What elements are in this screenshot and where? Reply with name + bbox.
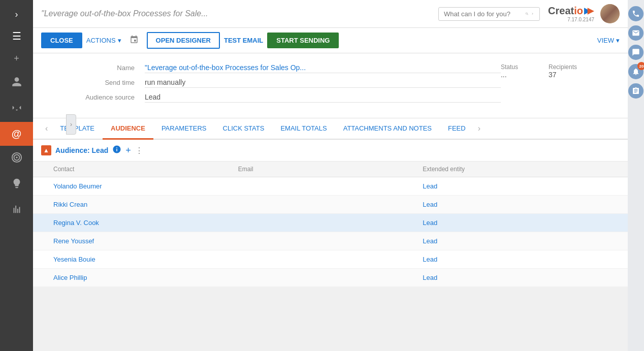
tab-template[interactable]: TEMPLATE xyxy=(52,118,103,140)
tab-audience[interactable]: AUDIENCE xyxy=(103,118,153,140)
table-row[interactable]: Yesenia Bouie Lead xyxy=(33,250,628,269)
tab-parameters[interactable]: PARAMETERS xyxy=(153,118,215,140)
version-text: 7.17.0.2147 xyxy=(567,17,594,22)
tab-attachments-notes[interactable]: ATTACHMENTS AND NOTES xyxy=(335,118,440,140)
notification-badge: 20 xyxy=(637,62,644,70)
clipboard-panel-button[interactable] xyxy=(628,83,643,99)
test-email-button[interactable]: TEST EMAIL xyxy=(224,37,263,44)
contact-link[interactable]: Rene Youssef xyxy=(53,237,238,245)
contact-link[interactable]: Regina V. Cook xyxy=(53,219,238,227)
entity-link[interactable]: Lead xyxy=(423,274,607,281)
recipients-value: 37 xyxy=(549,71,577,79)
status-label: Status xyxy=(501,63,518,71)
chat-panel-button[interactable] xyxy=(628,45,643,60)
send-time-label: Send time xyxy=(53,79,135,86)
right-panel: 20 xyxy=(628,0,644,351)
email-cell xyxy=(238,274,423,281)
logo-text: Creat xyxy=(548,5,574,17)
search-input[interactable] xyxy=(444,10,525,18)
sidebar-add-icon[interactable]: + xyxy=(0,47,33,70)
audience-add-button[interactable]: + xyxy=(125,145,131,156)
actions-button[interactable]: ACTIONS ▾ xyxy=(86,37,121,44)
audience-info-icon[interactable] xyxy=(112,145,121,156)
sidebar-target-icon[interactable] xyxy=(0,146,33,172)
audience-collapse-button[interactable]: ▲ xyxy=(41,145,51,155)
sidebar: › ☰ + @ xyxy=(0,0,33,351)
entity-link[interactable]: Lead xyxy=(423,256,607,263)
close-button[interactable]: CLOSE xyxy=(41,33,82,48)
tab-feed[interactable]: FEED xyxy=(440,118,474,140)
mail-icon xyxy=(632,29,640,37)
entity-link[interactable]: Lead xyxy=(423,182,607,190)
tab-prev-button[interactable]: ‹ xyxy=(41,120,52,137)
sidebar-menu-icon[interactable]: ☰ xyxy=(7,25,26,47)
email-cell xyxy=(238,237,423,245)
audience-more-button[interactable]: ⋮ xyxy=(135,146,143,155)
audience-source-label: Audience source xyxy=(53,93,135,101)
sidebar-lightbulb-icon[interactable] xyxy=(0,172,33,198)
send-time-value: run manually xyxy=(145,78,501,88)
phone-icon xyxy=(632,10,640,18)
table-row[interactable]: Rene Youssef Lead xyxy=(33,232,628,250)
avatar-image xyxy=(600,4,620,23)
actions-label: ACTIONS xyxy=(86,37,116,44)
bell-panel-button[interactable]: 20 xyxy=(628,64,643,79)
open-designer-button[interactable]: OPEN DESIGNER xyxy=(147,32,220,49)
col-entity: Extended entity xyxy=(423,166,607,173)
name-value[interactable]: "Leverage out-of-the-box Processes for S… xyxy=(145,63,501,73)
table-row[interactable]: Regina V. Cook Lead xyxy=(33,214,628,232)
email-cell xyxy=(238,182,423,190)
contact-link[interactable]: Yolando Beumer xyxy=(53,182,238,190)
collapse-toggle-button[interactable]: › xyxy=(66,114,76,135)
clipboard-icon xyxy=(632,87,640,95)
view-chevron-icon: ▾ xyxy=(616,37,620,44)
pin-icon xyxy=(130,35,139,44)
svg-point-2 xyxy=(16,156,18,158)
main-content: "Leverage out-of-the-box Processes for S… xyxy=(33,0,628,351)
sidebar-email-icon[interactable]: @ xyxy=(0,122,33,146)
actions-chevron-icon: ▾ xyxy=(118,37,121,44)
email-cell xyxy=(238,201,423,208)
table-body: Yolando Beumer Lead Rikki Crean Lead Reg… xyxy=(33,177,628,287)
view-label: VIEW xyxy=(597,37,614,44)
audience-section: ▲ Audience: Lead + ⋮ Contact Email Exten… xyxy=(33,140,628,287)
table-row[interactable]: Rikki Crean Lead xyxy=(33,196,628,214)
entity-link[interactable]: Lead xyxy=(423,219,607,227)
name-label: Name xyxy=(53,64,135,72)
logo: Creatio 7.17.0.2147 xyxy=(548,5,594,22)
contact-link[interactable]: Rikki Crean xyxy=(53,201,238,208)
col-contact: Contact xyxy=(53,166,238,173)
audience-title: Audience: Lead xyxy=(55,146,108,154)
email-cell xyxy=(238,219,423,227)
audience-header: ▲ Audience: Lead + ⋮ xyxy=(33,140,628,162)
content-area: › Name "Leverage out-of-the-box Processe… xyxy=(33,53,628,287)
sidebar-person-icon[interactable] xyxy=(0,70,33,96)
topbar: "Leverage out-of-the-box Processes for S… xyxy=(33,0,628,28)
sidebar-megaphone-icon[interactable] xyxy=(0,96,33,122)
mail-panel-button[interactable] xyxy=(628,25,643,41)
search-box[interactable] xyxy=(438,7,540,21)
entity-link[interactable]: Lead xyxy=(423,237,607,245)
table-row[interactable]: Alice Phillip Lead xyxy=(33,269,628,287)
avatar[interactable] xyxy=(600,4,620,23)
sidebar-expand-icon[interactable]: › xyxy=(10,4,23,25)
phone-panel-button[interactable] xyxy=(628,6,643,21)
info-panel: Name "Leverage out-of-the-box Processes … xyxy=(33,53,628,118)
tab-email-totals[interactable]: EMAIL TOTALS xyxy=(272,118,335,140)
audience-source-value: Lead xyxy=(145,93,501,103)
contact-link[interactable]: Yesenia Bouie xyxy=(53,256,238,263)
tab-click-stats[interactable]: CLICK STATS xyxy=(215,118,273,140)
actionbar: CLOSE ACTIONS ▾ OPEN DESIGNER TEST EMAIL… xyxy=(33,28,628,53)
tab-next-button[interactable]: › xyxy=(474,120,485,137)
col-email: Email xyxy=(238,166,423,173)
recipients-label: Recipients xyxy=(549,63,577,71)
pin-button[interactable] xyxy=(125,33,143,48)
table-header: Contact Email Extended entity xyxy=(33,162,628,177)
entity-link[interactable]: Lead xyxy=(423,201,607,208)
table-row[interactable]: Yolando Beumer Lead xyxy=(33,177,628,196)
logo-io: io xyxy=(574,5,583,17)
sidebar-chart-icon[interactable] xyxy=(0,198,33,224)
contact-link[interactable]: Alice Phillip xyxy=(53,274,238,281)
start-sending-button[interactable]: START SENDING xyxy=(267,33,339,48)
view-button[interactable]: VIEW ▾ xyxy=(597,37,620,44)
